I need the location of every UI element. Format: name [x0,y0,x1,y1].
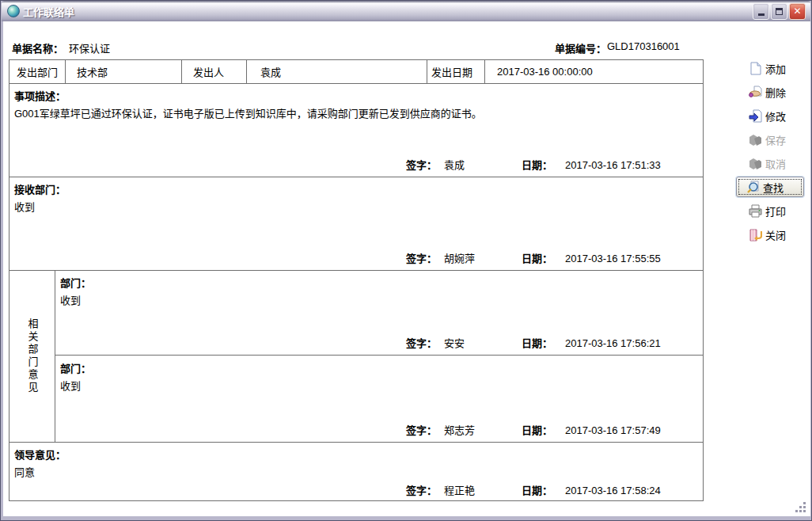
sender-value[interactable]: 袁成 [247,60,427,83]
sign-date: 2017-03-16 17:56:21 [565,337,670,349]
doc-number-label: 单据编号： [555,40,606,55]
signature-row: 签字： 胡婉萍 日期： 2017-03-16 17:55:55 [406,250,670,265]
date-label: 日期： [522,250,565,265]
save-button-label: 保存 [765,132,786,147]
action-toolbar: 添加 删除 修改 保存 取消 [734,56,806,246]
document-table: 发出部门 技术部 发出人 袁成 发出日期 2017-03-16 00:00:00… [9,59,704,501]
minimize-button[interactable] [753,3,769,20]
sign-label: 签字： [406,422,444,437]
cancel-button-label: 取消 [765,156,786,171]
sign-label: 签字： [406,250,444,265]
dept-content[interactable]: 收到 [60,378,81,393]
doc-number-value: GLD170316001 [607,40,680,52]
window-title: 工作联络单 [23,4,74,19]
close-button[interactable]: 关闭 [734,222,806,246]
save-icon [749,133,762,146]
sign-name: 郑志芳 [444,422,522,437]
leader-opinion-section: 领导意见： 同意 签字： 程正艳 日期： 2017-03-16 17:58:24 [9,443,703,502]
close-form-icon [749,228,762,241]
dept-content[interactable]: 收到 [60,292,81,307]
print-icon [749,204,762,218]
app-icon [7,5,20,17]
send-date-label: 发出日期 [427,60,485,83]
receiver-label: 接收部门： [14,181,66,196]
modify-button-label: 修改 [765,108,786,124]
add-button-label: 添加 [765,61,786,76]
dept-label: 部门： [60,360,91,375]
receiver-content[interactable]: 收到 [14,199,35,214]
info-row: 发出部门 技术部 发出人 袁成 发出日期 2017-03-16 00:00:00 [9,60,703,84]
add-icon [749,62,762,75]
dept-label: 部门： [60,275,91,290]
doc-name-value: 环保认证 [69,40,110,55]
minimize-icon [758,13,765,16]
date-label: 日期： [522,335,565,350]
cancel-button: 取消 [734,151,806,175]
related-dept-entry: 部门： 收到 签字： 郑志芳 日期： 2017-03-16 17:57:49 [55,356,703,442]
description-content[interactable]: G001军绿草坪已通过环保认证，证书电子版已上传到知识库中，请采购部门更新已发到… [14,105,482,120]
description-label: 事项描述： [14,88,66,103]
signature-row: 签字： 郑志芳 日期： 2017-03-16 17:57:49 [406,422,670,437]
close-icon: ✕ [793,6,801,16]
window-controls: ✕ [753,3,807,20]
sign-date: 2017-03-16 17:58:24 [565,485,670,496]
maximize-icon [776,8,783,15]
leader-content[interactable]: 同意 [14,464,35,479]
sign-name: 程正艳 [444,482,522,497]
modify-icon [749,109,762,123]
delete-button[interactable]: 删除 [734,80,806,104]
sign-name: 安安 [444,335,522,350]
find-button-label: 查找 [763,180,784,195]
related-dept-entry: 部门： 收到 签字： 安安 日期： 2017-03-16 17:56:21 [55,271,703,356]
cancel-icon [749,157,762,170]
related-depts-label: 相关部门意见 [26,318,39,394]
related-depts-section: 相关部门意见 部门： 收到 签字： 安安 日期： 2017-03-16 17:5… [9,271,703,443]
print-button-label: 打印 [765,203,786,219]
sign-date: 2017-03-16 17:57:49 [565,424,670,436]
sender-label: 发出人 [182,60,247,83]
send-date-value[interactable]: 2017-03-16 00:00:00 [485,60,703,83]
related-depts-entries: 部门： 收到 签字： 安安 日期： 2017-03-16 17:56:21 部门… [55,271,703,442]
send-dept-value[interactable]: 技术部 [66,60,182,83]
close-button-label: 关闭 [765,227,786,242]
find-button[interactable]: 查找 [736,177,804,197]
modify-button[interactable]: 修改 [734,104,806,127]
resize-grip[interactable] [795,502,806,513]
doc-name-label: 单据名称： [12,40,63,55]
sign-date: 2017-03-16 17:51:33 [565,159,670,171]
sign-label: 签字： [406,482,444,497]
sign-label: 签字： [406,335,444,350]
close-window-button[interactable]: ✕ [789,3,806,20]
signature-row: 签字： 程正艳 日期： 2017-03-16 17:58:24 [406,482,670,497]
signature-row: 签字： 袁成 日期： 2017-03-16 17:51:33 [406,157,670,172]
maximize-button[interactable] [771,3,787,20]
date-label: 日期： [522,482,565,497]
app-window: 工作联络单 ✕ 单据名称： 环保认证 单据编号： GLD170316001 发出… [0,0,812,521]
related-depts-header: 相关部门意见 [9,271,55,442]
sign-name: 袁成 [444,157,522,172]
sign-label: 签字： [406,157,444,172]
leader-label: 领导意见： [14,447,66,462]
save-button: 保存 [734,127,806,151]
delete-icon [749,86,762,99]
print-button[interactable]: 打印 [734,199,806,222]
delete-button-label: 删除 [765,85,786,100]
sign-name: 胡婉萍 [444,250,522,265]
date-label: 日期： [522,157,565,172]
sign-date: 2017-03-16 17:55:55 [565,253,670,264]
date-label: 日期： [522,422,565,437]
receiver-section: 接收部门： 收到 签字： 胡婉萍 日期： 2017-03-16 17:55:55 [9,177,703,271]
find-icon [746,181,760,194]
signature-row: 签字： 安安 日期： 2017-03-16 17:56:21 [406,335,670,350]
add-button[interactable]: 添加 [734,56,806,80]
description-section: 事项描述： G001军绿草坪已通过环保认证，证书电子版已上传到知识库中，请采购部… [9,84,703,177]
titlebar[interactable]: 工作联络单 ✕ [2,1,810,21]
send-dept-label: 发出部门 [9,60,66,83]
